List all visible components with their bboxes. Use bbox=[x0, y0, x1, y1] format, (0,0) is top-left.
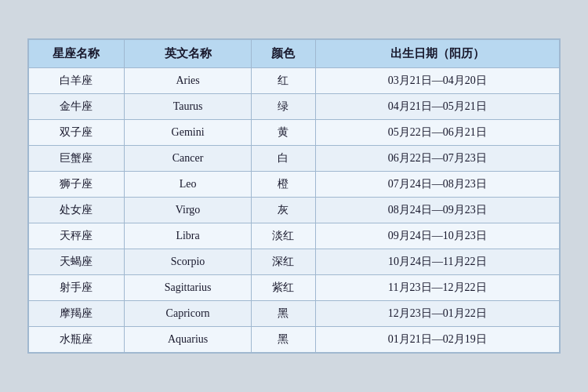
cell-en: Libra bbox=[124, 223, 251, 249]
cell-date: 12月23日—01月22日 bbox=[315, 301, 559, 327]
cell-zh: 射手座 bbox=[29, 275, 125, 301]
table-row: 狮子座Leo橙07月24日—08月23日 bbox=[29, 172, 560, 198]
cell-en: Capricorn bbox=[124, 301, 251, 327]
cell-zh: 水瓶座 bbox=[29, 327, 125, 353]
table-row: 金牛座Taurus绿04月21日—05月21日 bbox=[29, 94, 560, 120]
cell-en: Cancer bbox=[124, 146, 251, 172]
cell-color: 黄 bbox=[252, 120, 315, 146]
cell-en: Sagittarius bbox=[124, 275, 251, 301]
cell-en: Taurus bbox=[124, 94, 251, 120]
cell-date: 10月24日—11月22日 bbox=[315, 249, 559, 275]
table-header-row: 星座名称 英文名称 颜色 出生日期（阳历） bbox=[29, 40, 560, 68]
cell-color: 白 bbox=[252, 146, 315, 172]
cell-en: Gemini bbox=[124, 120, 251, 146]
cell-date: 09月24日—10月23日 bbox=[315, 223, 559, 249]
cell-zh: 金牛座 bbox=[29, 94, 125, 120]
cell-color: 黑 bbox=[252, 301, 315, 327]
table-row: 射手座Sagittarius紫红11月23日—12月22日 bbox=[29, 275, 560, 301]
zodiac-table-container: 星座名称 英文名称 颜色 出生日期（阳历） 白羊座Aries红03月21日—04… bbox=[27, 38, 561, 354]
header-date: 出生日期（阳历） bbox=[315, 40, 559, 68]
header-en: 英文名称 bbox=[124, 40, 251, 68]
cell-en: Aquarius bbox=[124, 327, 251, 353]
table-row: 水瓶座Aquarius黑01月21日—02月19日 bbox=[29, 327, 560, 353]
cell-date: 03月21日—04月20日 bbox=[315, 68, 559, 94]
table-row: 摩羯座Capricorn黑12月23日—01月22日 bbox=[29, 301, 560, 327]
cell-zh: 摩羯座 bbox=[29, 301, 125, 327]
table-row: 双子座Gemini黄05月22日—06月21日 bbox=[29, 120, 560, 146]
cell-color: 灰 bbox=[252, 198, 315, 223]
cell-zh: 双子座 bbox=[29, 120, 125, 146]
cell-date: 07月24日—08月23日 bbox=[315, 172, 559, 198]
table-row: 白羊座Aries红03月21日—04月20日 bbox=[29, 68, 560, 94]
cell-date: 11月23日—12月22日 bbox=[315, 275, 559, 301]
cell-color: 淡红 bbox=[252, 223, 315, 249]
zodiac-table: 星座名称 英文名称 颜色 出生日期（阳历） 白羊座Aries红03月21日—04… bbox=[28, 39, 560, 353]
cell-date: 08月24日—09月23日 bbox=[315, 198, 559, 223]
header-zh: 星座名称 bbox=[29, 40, 125, 68]
cell-en: Virgo bbox=[124, 198, 251, 223]
cell-color: 红 bbox=[252, 68, 315, 94]
cell-color: 紫红 bbox=[252, 275, 315, 301]
cell-color: 深红 bbox=[252, 249, 315, 275]
cell-en: Leo bbox=[124, 172, 251, 198]
cell-zh: 狮子座 bbox=[29, 172, 125, 198]
cell-en: Scorpio bbox=[124, 249, 251, 275]
table-row: 处女座Virgo灰08月24日—09月23日 bbox=[29, 198, 560, 223]
cell-zh: 天蝎座 bbox=[29, 249, 125, 275]
cell-color: 橙 bbox=[252, 172, 315, 198]
cell-date: 06月22日—07月23日 bbox=[315, 146, 559, 172]
table-row: 巨蟹座Cancer白06月22日—07月23日 bbox=[29, 146, 560, 172]
cell-color: 绿 bbox=[252, 94, 315, 120]
cell-color: 黑 bbox=[252, 327, 315, 353]
table-row: 天蝎座Scorpio深红10月24日—11月22日 bbox=[29, 249, 560, 275]
table-row: 天秤座Libra淡红09月24日—10月23日 bbox=[29, 223, 560, 249]
cell-zh: 处女座 bbox=[29, 198, 125, 223]
cell-en: Aries bbox=[124, 68, 251, 94]
cell-zh: 白羊座 bbox=[29, 68, 125, 94]
cell-zh: 巨蟹座 bbox=[29, 146, 125, 172]
header-color: 颜色 bbox=[252, 40, 315, 68]
cell-date: 04月21日—05月21日 bbox=[315, 94, 559, 120]
cell-date: 05月22日—06月21日 bbox=[315, 120, 559, 146]
cell-zh: 天秤座 bbox=[29, 223, 125, 249]
cell-date: 01月21日—02月19日 bbox=[315, 327, 559, 353]
